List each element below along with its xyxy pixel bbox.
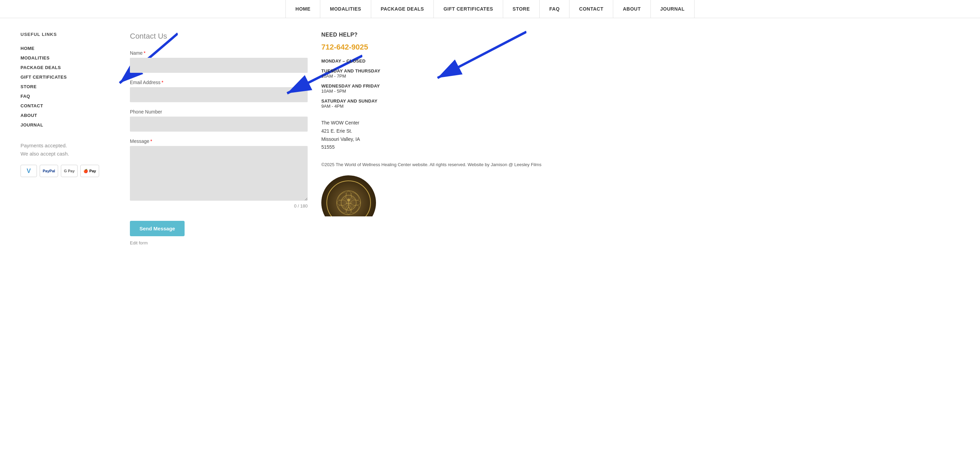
sidebar-link-home[interactable]: HOME <box>21 46 35 51</box>
name-input[interactable] <box>130 58 308 73</box>
paypal-icon: PayPal <box>40 165 58 177</box>
medallion-symbol <box>335 189 362 216</box>
svg-point-13 <box>349 204 360 214</box>
help-area: NEED HELP? 712-642-9025 MONDAY – CLOSED … <box>321 32 959 245</box>
need-help-title: NEED HELP? <box>321 32 959 38</box>
svg-point-10 <box>337 200 347 205</box>
phone-label: Phone Number <box>130 109 308 115</box>
address-block: The WOW Center 421 E. Erie St. Missouri … <box>321 119 959 151</box>
sidebar-link-store[interactable]: STORE <box>21 84 37 89</box>
medallion-image <box>321 175 376 216</box>
name-field-group: Name* <box>130 50 308 73</box>
sidebar-link-journal[interactable]: JOURNAL <box>21 123 43 127</box>
applepay-icon: 🍎 Pay <box>80 165 99 177</box>
main-content: USEFUL LINKS HOME MODALITIES PACKAGE DEA… <box>0 18 980 259</box>
hours-tue-thu: TUESDAY AND THURSDAY 10AM - 7PM <box>321 68 959 79</box>
svg-point-16 <box>347 199 350 201</box>
phone-field-group: Phone Number <box>130 109 308 132</box>
nav-journal[interactable]: JOURNAL <box>651 0 695 18</box>
main-nav: HOME MODALITIES PACKAGE DEALS GIFT CERTI… <box>0 0 980 18</box>
nav-package-deals[interactable]: PACKAGE DEALS <box>371 0 434 18</box>
sidebar-link-modalities[interactable]: MODALITIES <box>21 56 49 60</box>
svg-point-11 <box>351 200 360 205</box>
gpay-icon: G Pay <box>61 165 78 177</box>
hours-wed-fri: WEDNESDAY AND FRIDAY 10AM - 5PM <box>321 83 959 94</box>
nav-contact[interactable]: CONTACT <box>570 0 613 18</box>
message-label: Message* <box>130 138 308 144</box>
copyright-block: ©2025 The World of Wellness Healing Cent… <box>321 161 959 169</box>
svg-point-14 <box>349 191 360 202</box>
medallion-inner <box>326 180 371 216</box>
payments-text: Payments accepted. We also accept cash. <box>21 142 116 158</box>
send-message-button[interactable]: Send Message <box>130 221 185 236</box>
nav-gift-certificates[interactable]: GIFT CERTIFICATES <box>434 0 503 18</box>
svg-point-15 <box>337 204 348 214</box>
contact-form-area: Contact Us Name* Email Address* Phone Nu… <box>130 32 308 245</box>
payment-icons: V PayPal G Pay 🍎 Pay <box>21 165 116 177</box>
message-textarea[interactable] <box>130 146 308 200</box>
email-required: * <box>161 80 163 85</box>
svg-point-12 <box>337 191 348 202</box>
hours-table: MONDAY – CLOSED TUESDAY AND THURSDAY 10A… <box>321 59 959 109</box>
sidebar-title: USEFUL LINKS <box>21 32 116 37</box>
form-title: Contact Us <box>130 32 308 41</box>
edit-form-link[interactable]: Edit form <box>130 240 308 245</box>
email-label: Email Address* <box>130 80 308 85</box>
sidebar-link-faq[interactable]: FAQ <box>21 94 30 99</box>
sidebar-link-about[interactable]: ABOUT <box>21 113 37 118</box>
phone-number[interactable]: 712-642-9025 <box>321 43 959 52</box>
nav-modalities[interactable]: MODALITIES <box>320 0 371 18</box>
nav-about[interactable]: ABOUT <box>613 0 651 18</box>
email-input[interactable] <box>130 87 308 102</box>
name-label: Name* <box>130 50 308 56</box>
hours-monday: MONDAY – CLOSED <box>321 59 959 64</box>
sidebar-link-package-deals[interactable]: PACKAGE DEALS <box>21 65 61 70</box>
sidebar-links: HOME MODALITIES PACKAGE DEALS GIFT CERTI… <box>21 45 116 128</box>
nav-store[interactable]: STORE <box>503 0 540 18</box>
svg-line-20 <box>348 207 351 210</box>
message-required: * <box>150 138 152 144</box>
email-field-group: Email Address* <box>130 80 308 102</box>
phone-input[interactable] <box>130 116 308 132</box>
sidebar-link-gift-certificates[interactable]: GIFT CERTIFICATES <box>21 75 67 80</box>
sidebar: USEFUL LINKS HOME MODALITIES PACKAGE DEA… <box>21 32 116 245</box>
hours-sat-sun: SATURDAY AND SUNDAY 9AM - 4PM <box>321 99 959 109</box>
name-required: * <box>143 50 145 56</box>
nav-home[interactable]: HOME <box>285 0 320 18</box>
char-count: 0 / 180 <box>130 204 308 208</box>
sidebar-link-contact[interactable]: CONTACT <box>21 103 43 108</box>
message-field-group: Message* 0 / 180 <box>130 138 308 208</box>
svg-line-19 <box>347 207 348 210</box>
nav-faq[interactable]: FAQ <box>540 0 570 18</box>
venmo-icon: V <box>21 165 37 177</box>
